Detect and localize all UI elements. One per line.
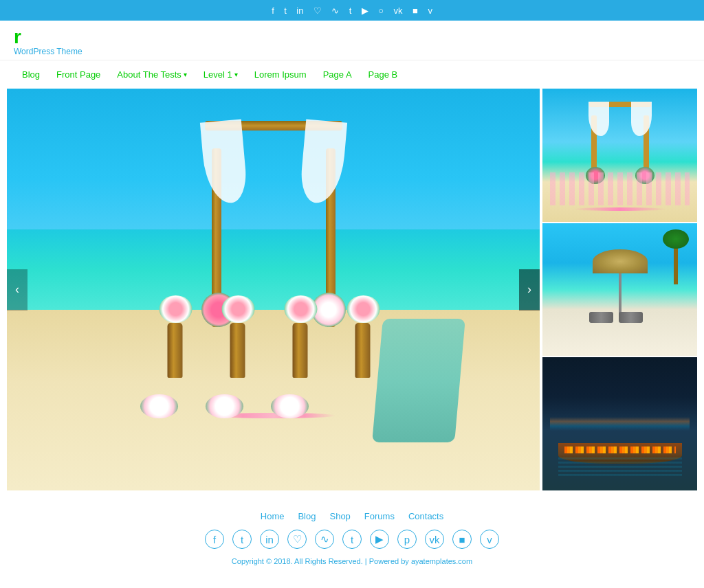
post-row (167, 301, 380, 378)
top-social-bar: f t in ♡ ∿ t ▶ ○ vk ■ v (0, 0, 704, 21)
ground-flower-bunch-3 (271, 394, 309, 418)
nav-front-page[interactable]: Front Page (48, 66, 109, 83)
ground-flowers (140, 394, 309, 418)
top-facebook-icon[interactable]: f (272, 5, 274, 16)
footer-shop-link[interactable]: Shop (329, 511, 350, 521)
slider-next-button[interactable]: › (519, 269, 540, 310)
post-4-flower (346, 295, 380, 323)
sidebar-thumbnails (540, 89, 697, 490)
arch-drape-left (199, 119, 248, 205)
top-vk-icon[interactable]: vk (394, 5, 403, 16)
top-rss-icon[interactable]: ∿ (331, 5, 339, 16)
main-slider: ‹ › (7, 89, 540, 490)
footer-nav: Home Blog Shop Forums Contacts (0, 511, 704, 521)
post-2-post (230, 323, 245, 378)
footer-pinterest-icon[interactable]: p (397, 530, 417, 549)
footer-home-link[interactable]: Home (261, 511, 285, 521)
teal-fabric-decor (372, 319, 465, 442)
main-content: ‹ › (0, 89, 704, 490)
boat-lights (564, 446, 676, 453)
nav-about-the-tests[interactable]: About The Tests ▾ (109, 66, 195, 83)
thumbnail-2[interactable] (542, 223, 697, 357)
footer-blog2-icon[interactable]: ■ (452, 530, 472, 549)
footer-linkedin-icon[interactable]: in (260, 530, 279, 549)
post-4-post (355, 323, 370, 378)
umbrella-top (593, 249, 648, 273)
nav-page-a[interactable]: Page A (315, 66, 360, 83)
thumb2-scene (542, 223, 697, 357)
post-1-post (167, 323, 182, 378)
post-2 (230, 301, 254, 378)
top-pinterest-icon[interactable]: ○ (378, 5, 384, 16)
footer-rss-icon[interactable]: ∿ (315, 530, 334, 549)
thumb1-scene (542, 89, 697, 222)
beach-chairs (589, 312, 643, 323)
t1-chairs (550, 172, 690, 205)
beach-lounger-2 (619, 312, 643, 323)
post-2-flower (221, 295, 254, 323)
post-3 (292, 301, 317, 378)
top-youtube-icon[interactable]: ▶ (362, 5, 368, 16)
post-4 (355, 301, 380, 378)
footer-facebook-icon[interactable]: f (205, 530, 224, 549)
thumbnail-1[interactable] (542, 89, 697, 222)
slider-image (7, 89, 540, 490)
thumbnail-3[interactable] (542, 357, 697, 490)
footer-instagram-icon[interactable]: ♡ (287, 530, 307, 549)
site-header: r WordPress Theme (0, 21, 704, 60)
copyright-text: Copyright © 2018. All Rights Reserved. |… (0, 557, 704, 565)
beach-tree (662, 229, 690, 284)
arch-drape-right (298, 119, 346, 205)
beach-lounger-1 (589, 312, 613, 323)
umbrella-pole (619, 273, 622, 315)
top-vine-icon[interactable]: v (428, 5, 432, 16)
water-reflection (558, 457, 682, 477)
slider-prev-button[interactable]: ‹ (7, 269, 28, 310)
top-tumblr-icon[interactable]: t (349, 5, 352, 16)
post-1-flower (159, 295, 192, 323)
tree-trunk (674, 247, 678, 284)
footer-tumblr-icon[interactable]: t (342, 530, 362, 549)
beach-umbrella (593, 249, 648, 315)
nav-lorem-ipsum[interactable]: Lorem Ipsum (246, 66, 315, 83)
thumb3-scene (542, 357, 697, 490)
top-blog-icon[interactable]: ■ (412, 5, 418, 16)
site-title: r (14, 27, 690, 47)
footer-blog-link[interactable]: Blog (298, 511, 316, 521)
post-1 (167, 301, 192, 378)
nav-level1-dropdown-icon: ▾ (234, 71, 238, 78)
nav-about-dropdown-icon: ▾ (184, 71, 187, 78)
night-lights-glow (550, 417, 690, 431)
post-3-post (292, 323, 307, 378)
footer-forums-link[interactable]: Forums (364, 511, 395, 521)
t1-ribbon (573, 207, 666, 211)
footer-vine-icon[interactable]: v (480, 530, 499, 549)
tree-leaves (663, 229, 689, 249)
site-footer: Home Blog Shop Forums Contacts f t in ♡ … (0, 497, 704, 576)
top-twitter-icon[interactable]: t (284, 5, 287, 16)
nav-page-b[interactable]: Page B (360, 66, 406, 83)
footer-twitter-icon[interactable]: t (232, 530, 252, 549)
top-instagram-icon[interactable]: ♡ (314, 5, 322, 16)
nav-level1[interactable]: Level 1 ▾ (195, 66, 246, 83)
footer-social-links: f t in ♡ ∿ t ▶ p vk ■ v (0, 530, 704, 549)
footer-vk-icon[interactable]: vk (425, 530, 444, 549)
footer-youtube-icon[interactable]: ▶ (370, 530, 389, 549)
nav-blog[interactable]: Blog (14, 66, 48, 83)
main-nav: Blog Front Page About The Tests ▾ Level … (0, 60, 704, 89)
wedding-arch (198, 121, 349, 327)
footer-contacts-link[interactable]: Contacts (408, 511, 443, 521)
beach-wedding-scene (7, 89, 540, 490)
ground-flower-bunch-2 (206, 394, 243, 418)
post-3-flower (284, 295, 317, 323)
top-linkedin-icon[interactable]: in (296, 5, 303, 16)
site-subtitle: WordPress Theme (14, 47, 690, 56)
ground-flower-bunch-1 (140, 394, 178, 418)
